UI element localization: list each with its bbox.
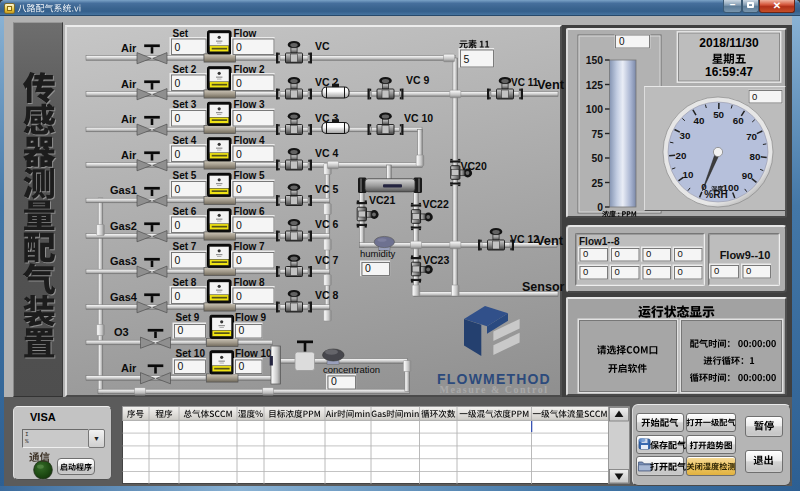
svg-text:0: 0 xyxy=(239,324,245,336)
svg-text:100: 100 xyxy=(586,104,603,115)
svg-text:0: 0 xyxy=(175,219,181,231)
svg-text:0: 0 xyxy=(678,248,683,259)
svg-text:20: 20 xyxy=(675,150,686,161)
svg-text:150: 150 xyxy=(586,55,603,66)
svg-text:40: 40 xyxy=(694,115,705,126)
svg-text:Set 9: Set 9 xyxy=(176,312,200,323)
svg-text:Set 8: Set 8 xyxy=(173,277,197,288)
svg-text:Flow 2: Flow 2 xyxy=(234,64,266,75)
svg-text:Sensor: Sensor xyxy=(522,280,565,294)
svg-text:O3: O3 xyxy=(114,326,129,338)
svg-text:Flow: Flow xyxy=(234,28,257,39)
svg-text:0: 0 xyxy=(175,112,181,124)
svg-text:Air: Air xyxy=(121,149,137,161)
svg-text:VC 9: VC 9 xyxy=(406,74,430,86)
svg-text:Set 5: Set 5 xyxy=(173,170,197,181)
svg-text:VC 10: VC 10 xyxy=(404,112,433,124)
svg-text:0: 0 xyxy=(583,266,588,277)
svg-text:0: 0 xyxy=(619,36,625,47)
svg-text:Set 6: Set 6 xyxy=(173,206,197,217)
svg-text:VC 6: VC 6 xyxy=(315,218,339,230)
svg-text:0: 0 xyxy=(175,77,181,89)
svg-text:Flow 7: Flow 7 xyxy=(234,241,266,252)
svg-text:0: 0 xyxy=(178,324,184,336)
svg-text:concentration: concentration xyxy=(323,364,380,375)
svg-text:Flow 4: Flow 4 xyxy=(234,135,266,146)
svg-text:0: 0 xyxy=(239,360,245,372)
svg-text:VC22: VC22 xyxy=(423,198,449,210)
svg-text:50: 50 xyxy=(592,153,604,164)
svg-text:0: 0 xyxy=(236,290,242,302)
svg-text:Set 10: Set 10 xyxy=(176,348,206,359)
svg-text:0: 0 xyxy=(236,254,242,266)
svg-text:0: 0 xyxy=(331,375,337,387)
svg-text:Set 4: Set 4 xyxy=(173,135,197,146)
svg-text:VC21: VC21 xyxy=(369,194,395,206)
svg-text:0: 0 xyxy=(175,41,181,53)
svg-text:125: 125 xyxy=(586,80,603,91)
svg-text:60: 60 xyxy=(733,115,744,126)
svg-text:0: 0 xyxy=(236,112,242,124)
svg-text:Flow 10: Flow 10 xyxy=(235,348,272,359)
svg-text:Flow 6: Flow 6 xyxy=(234,206,266,217)
svg-text:Set: Set xyxy=(173,28,189,39)
svg-text:humidity: humidity xyxy=(360,248,396,259)
svg-text:VC 5: VC 5 xyxy=(315,183,339,195)
svg-text:0: 0 xyxy=(236,219,242,231)
svg-text:Gas3: Gas3 xyxy=(110,255,137,267)
svg-text:25: 25 xyxy=(592,178,604,189)
svg-text:0: 0 xyxy=(236,183,242,195)
svg-text:Vent: Vent xyxy=(537,77,565,92)
svg-text:2018/11/30: 2018/11/30 xyxy=(699,36,759,50)
svg-text:0: 0 xyxy=(646,266,651,277)
svg-text:0: 0 xyxy=(583,248,588,259)
svg-text:Gas4: Gas4 xyxy=(110,291,138,303)
svg-text:50: 50 xyxy=(713,109,724,120)
svg-text:0: 0 xyxy=(175,290,181,302)
svg-text:VC 12: VC 12 xyxy=(510,233,539,245)
svg-text:Air: Air xyxy=(121,113,137,125)
svg-text:16:59:47: 16:59:47 xyxy=(705,65,753,79)
svg-text:30: 30 xyxy=(680,130,691,141)
svg-text:Vent: Vent xyxy=(536,233,564,248)
svg-text:0: 0 xyxy=(175,148,181,160)
svg-text:Flow 3: Flow 3 xyxy=(234,99,266,110)
svg-text:Flow 8: Flow 8 xyxy=(234,277,266,288)
svg-text:VC 11: VC 11 xyxy=(511,77,539,88)
svg-text:VC20: VC20 xyxy=(461,160,487,172)
svg-text:0: 0 xyxy=(615,248,620,259)
svg-text:0: 0 xyxy=(615,266,620,277)
svg-text:Measure & Control: Measure & Control xyxy=(439,384,548,395)
svg-text:90: 90 xyxy=(742,170,753,181)
svg-text:Gas1: Gas1 xyxy=(110,184,137,196)
svg-text:0: 0 xyxy=(236,41,242,53)
svg-text:Air: Air xyxy=(121,42,137,54)
svg-text:%RH: %RH xyxy=(704,189,727,200)
svg-text:0: 0 xyxy=(175,254,181,266)
svg-text:5: 5 xyxy=(464,53,470,65)
svg-text:80: 80 xyxy=(750,151,761,162)
svg-text:Set 2: Set 2 xyxy=(173,64,197,75)
svg-text:VC23: VC23 xyxy=(423,254,449,266)
svg-text:0: 0 xyxy=(365,262,371,274)
svg-text:0: 0 xyxy=(746,265,751,276)
svg-text:0: 0 xyxy=(678,266,683,277)
svg-text:Set 7: Set 7 xyxy=(173,241,197,252)
svg-text:Flow 9: Flow 9 xyxy=(235,312,267,323)
svg-text:VC 7: VC 7 xyxy=(315,254,339,266)
svg-text:70: 70 xyxy=(746,131,757,142)
svg-text:0: 0 xyxy=(236,148,242,160)
svg-text:Gas2: Gas2 xyxy=(110,220,137,232)
svg-text:Air: Air xyxy=(121,78,137,90)
svg-text:0: 0 xyxy=(178,360,184,372)
svg-text:Flow 5: Flow 5 xyxy=(234,170,266,181)
svg-text:VC 8: VC 8 xyxy=(315,289,339,301)
svg-text:Set 3: Set 3 xyxy=(173,99,197,110)
svg-text:Air: Air xyxy=(121,362,137,374)
svg-text:75: 75 xyxy=(592,129,604,140)
svg-text:0: 0 xyxy=(236,77,242,89)
svg-text:VC: VC xyxy=(315,40,330,52)
svg-text:VC 4: VC 4 xyxy=(315,147,339,159)
svg-text:0: 0 xyxy=(752,91,757,102)
svg-text:10: 10 xyxy=(683,169,694,180)
